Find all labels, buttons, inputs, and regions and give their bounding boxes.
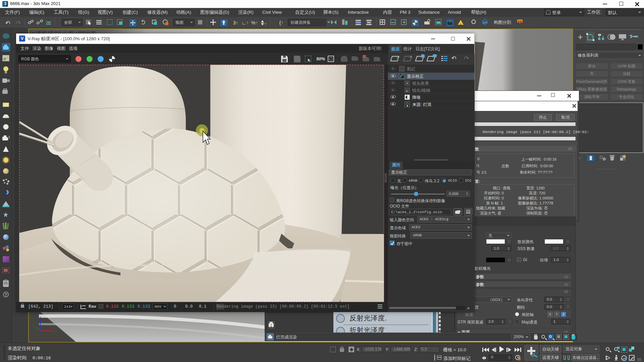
svg-text:x: x: [52, 329, 54, 333]
svg-text:y: y: [33, 323, 35, 327]
svg-text:z: z: [39, 315, 41, 319]
